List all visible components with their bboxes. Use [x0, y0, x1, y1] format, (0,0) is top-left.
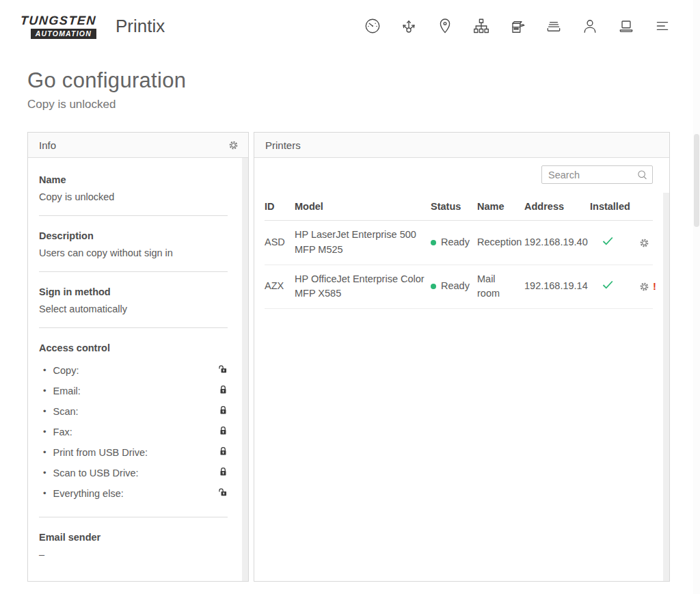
- printer-address: 192.168.19.14: [524, 265, 590, 309]
- top-nav: [364, 17, 671, 35]
- lock-closed-icon: [219, 467, 228, 478]
- printer-actions: !: [639, 265, 653, 309]
- info-panel: Info Name Copy is unlocked Description U…: [27, 132, 249, 582]
- column-header-address: Address: [524, 198, 590, 221]
- page-scrollbar[interactable]: [693, 0, 700, 594]
- printers-panel-header: Printers: [254, 133, 669, 158]
- printer-address: 192.168.19.40: [524, 221, 590, 265]
- name-label: Name: [39, 174, 228, 185]
- info-panel-header: Info: [28, 133, 248, 158]
- tungsten-logo: TUNGSTEN AUTOMATION: [21, 14, 96, 39]
- info-settings-gear-icon[interactable]: [228, 140, 239, 150]
- access-control-label: Access control: [39, 342, 228, 353]
- printer-id: AZX: [265, 265, 295, 309]
- lock-closed-icon: [219, 426, 228, 437]
- access-item-fax: • Fax:: [39, 422, 228, 442]
- bullet: •: [43, 386, 46, 396]
- sign-in-method-label: Sign in method: [39, 286, 228, 297]
- lock-open-icon: [218, 364, 228, 376]
- name-value: Copy is unlocked: [39, 191, 228, 202]
- email-sender-field: Email sender –: [39, 532, 228, 560]
- email-sender-label: Email sender: [39, 532, 228, 543]
- description-field: Description Users can copy without sign …: [39, 230, 228, 258]
- page-subtitle: Copy is unlocked: [27, 98, 673, 111]
- printers-icon[interactable]: [509, 17, 526, 35]
- column-header-model: Model: [295, 198, 431, 221]
- printer-installed: [590, 221, 639, 265]
- printers-panel: Printers: [254, 132, 670, 582]
- printer-row[interactable]: AZX HP OfficeJet Enterprise Color MFP X5…: [265, 265, 653, 309]
- product-name: Printix: [116, 16, 165, 37]
- go-icon[interactable]: [400, 17, 418, 35]
- status-ready-dot: [431, 284, 436, 289]
- info-panel-scrollbar[interactable]: [242, 158, 248, 581]
- description-value: Users can copy without sign in: [39, 247, 228, 258]
- email-sender-value: –: [39, 549, 228, 560]
- sign-in-method-value: Select automatically: [39, 303, 228, 314]
- divider: [39, 517, 228, 517]
- printer-search: [541, 165, 653, 184]
- access-item-copy: • Copy:: [39, 360, 228, 381]
- access-item-email: • Email:: [39, 381, 228, 401]
- access-item-print-usb: • Print from USB Drive:: [39, 442, 228, 463]
- description-label: Description: [39, 230, 228, 241]
- brand-line2: AUTOMATION: [31, 29, 96, 39]
- printer-settings-gear-icon[interactable]: [639, 238, 649, 248]
- menu-icon[interactable]: [654, 17, 671, 35]
- printer-settings-gear-icon[interactable]: [639, 282, 649, 292]
- name-field: Name Copy is unlocked: [39, 174, 228, 202]
- lock-closed-icon: [219, 446, 228, 458]
- lock-closed-icon: [219, 405, 228, 417]
- access-item-scan: • Scan:: [39, 401, 228, 422]
- bullet: •: [43, 488, 46, 498]
- app-header: TUNGSTEN AUTOMATION Printix: [0, 0, 700, 52]
- printer-row[interactable]: ASD HP LaserJet Enterprise 500 MFP M525 …: [265, 221, 653, 265]
- tungsten-printix-logo[interactable]: TUNGSTEN AUTOMATION Printix: [21, 14, 165, 39]
- users-icon[interactable]: [581, 17, 599, 35]
- bullet: •: [43, 468, 46, 478]
- networks-icon[interactable]: [472, 17, 490, 35]
- installed-check-icon: [602, 280, 613, 291]
- column-header-name: Name: [477, 198, 524, 221]
- column-header-id: ID: [265, 198, 295, 221]
- sign-in-method-field: Sign in method Select automatically: [39, 286, 228, 314]
- warning-exclamation-icon: !: [653, 280, 656, 292]
- bullet: •: [43, 447, 46, 457]
- access-item-scan-usb: • Scan to USB Drive:: [39, 463, 228, 483]
- printer-model: HP LaserJet Enterprise 500 MFP M525: [295, 221, 431, 265]
- printer-status: Ready: [431, 265, 477, 309]
- printers-table-header-row: ID Model Status Name Address Installed: [265, 198, 653, 221]
- installed-check-icon: [602, 237, 613, 247]
- status-ready-dot: [431, 240, 436, 245]
- printer-model: HP OfficeJet Enterprise Color MFP X585: [295, 265, 431, 309]
- lock-open-icon: [218, 487, 228, 499]
- lock-closed-icon: [219, 385, 228, 396]
- access-control-list: • Copy: • Email: •: [39, 360, 228, 504]
- search-icon[interactable]: [636, 169, 648, 183]
- divider: [39, 215, 228, 216]
- printers-table: ID Model Status Name Address Installed A…: [265, 198, 653, 309]
- page-scrollbar-thumb[interactable]: [694, 134, 699, 227]
- column-header-installed: Installed: [590, 198, 639, 221]
- print-queue-icon[interactable]: [545, 17, 563, 35]
- page-title: Go configuration: [27, 68, 673, 93]
- column-header-actions: [639, 198, 653, 221]
- column-header-status: Status: [431, 198, 477, 221]
- printer-actions: [639, 221, 653, 265]
- printer-id: ASD: [265, 221, 295, 265]
- dashboard-icon[interactable]: [364, 17, 381, 35]
- bullet: •: [43, 406, 46, 416]
- printer-status: Ready: [431, 221, 477, 265]
- printer-name: Reception: [477, 221, 524, 265]
- bullet: •: [43, 365, 46, 375]
- printers-panel-title: Printers: [265, 139, 301, 151]
- info-panel-title: Info: [39, 139, 56, 151]
- brand-line1: TUNGSTEN: [20, 14, 96, 28]
- printers-panel-scrollbar[interactable]: [663, 193, 669, 581]
- bullet: •: [43, 427, 46, 437]
- divider: [39, 327, 228, 328]
- places-icon[interactable]: [436, 17, 454, 35]
- workstations-icon[interactable]: [617, 17, 635, 35]
- access-item-everything-else: • Everything else:: [39, 483, 228, 504]
- printer-installed: [590, 265, 639, 309]
